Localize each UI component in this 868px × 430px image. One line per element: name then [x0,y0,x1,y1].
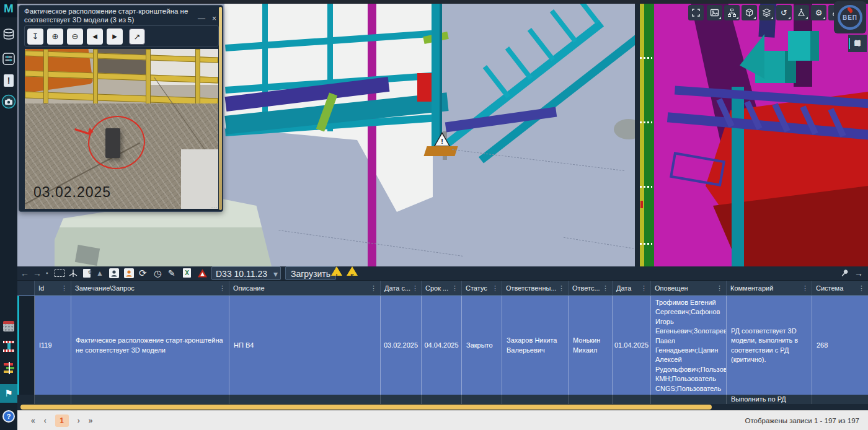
model-version-select[interactable]: D33 10.11.23 ▾ [211,266,281,280]
sidebar-item-database[interactable] [0,29,17,42]
column-header-description[interactable]: Описание⋮ [229,281,381,296]
sidebar-item-ibeam[interactable] [0,341,17,352]
screenshot-button[interactable] [707,5,722,20]
column-header-remark[interactable]: Замечание\Запрос⋮ [71,281,229,296]
rotate-view-button[interactable]: ↺ [776,5,792,20]
open-external-button[interactable]: ↗ [129,29,145,45]
collapse-table-button[interactable]: → [854,266,863,280]
model-base-plate [423,146,458,156]
stair-rung [483,65,510,99]
column-header-status[interactable]: Статус⋮ [462,281,502,296]
sidebar-item-calendar[interactable] [0,321,17,331]
stair-beam-indigo [445,107,557,133]
sidebar-item-flags[interactable]: ⚑ [0,384,17,403]
close-button[interactable]: × [212,14,216,23]
minimize-button[interactable]: — [198,14,205,23]
column-header-deadline[interactable]: Срок ...⋮ [422,281,462,296]
edit-button[interactable]: ✎ [168,266,175,280]
table-hscroll-thumb[interactable] [20,405,712,410]
column-menu-icon[interactable]: ⋮ [60,284,69,292]
prev-page-button[interactable]: ‹ [44,416,46,425]
forward-button[interactable]: → [33,266,42,280]
table-row-partial[interactable]: Выполнить по РД [17,395,868,404]
cell-status: Закрыто [462,296,502,395]
pivot-button[interactable] [794,5,809,20]
next-photo-button[interactable]: ▶ [107,29,123,45]
layers-button[interactable] [759,5,774,20]
excel-export-button[interactable]: X [183,268,191,278]
last-page-button[interactable]: » [89,416,93,425]
area-select-button[interactable] [55,270,64,277]
column-menu-icon[interactable]: ⋮ [369,284,378,292]
sidebar-item-photos[interactable] [0,94,17,109]
collapse-icon: ⊟ [854,38,861,48]
warning-exclaim-button[interactable]: ! [330,266,343,280]
column-menu-icon[interactable]: ⋮ [557,284,566,292]
expand-button[interactable] [688,5,704,20]
table-row-selected[interactable]: I119 Фактическое расположение старт-крон… [17,296,868,395]
model-cube-button[interactable] [742,5,757,20]
history-button[interactable]: ◷ [154,266,161,280]
row-selector-cell [17,395,35,404]
zoom-out-button[interactable]: ⊖ [67,29,83,45]
column-header-date-start[interactable]: Дата с...⋮ [381,281,422,296]
panel-scrollbar[interactable] [219,7,222,210]
pin-panel-button[interactable] [840,268,849,282]
calendar-icon [3,321,14,331]
column-menu-icon[interactable]: ⋮ [639,284,649,292]
download-button[interactable]: ↧ [27,29,43,45]
app-m-logo[interactable]: M [0,0,17,17]
column-header-comment[interactable]: Комментарий⋮ [727,281,812,296]
column-menu-icon[interactable]: ⋮ [715,284,724,292]
nav-app-button[interactable] [197,268,208,282]
refresh-button[interactable]: ⟳ [139,266,147,280]
cell-deadline: 04.04.2025 [422,296,462,395]
scaffold-post [262,0,268,128]
warning-s-button[interactable]: S [346,266,358,280]
file-settings-button[interactable]: ⚙ [83,269,91,278]
row-selector-cell[interactable] [17,296,35,395]
triangle-icon[interactable]: ▲ [96,266,104,280]
table-hscroll-track[interactable] [17,404,868,410]
next-page-button[interactable]: › [78,416,80,425]
column-header-id[interactable]: Id⋮ [35,281,71,296]
sidebar-item-issues[interactable]: ! [0,74,17,87]
column-menu-icon[interactable]: ⋮ [218,284,227,292]
person-orange-icon [124,268,134,278]
column-menu-icon[interactable]: ⋮ [857,284,866,292]
column-header-notified[interactable]: Оповещен⋮ [651,281,727,296]
column-header-responsible[interactable]: Ответственны...⋮ [502,281,569,296]
zoom-in-button[interactable]: ⊕ [47,29,63,45]
small-square-icon[interactable]: ▪ [46,266,48,280]
badge-orange-button[interactable] [124,268,134,278]
current-page-button[interactable]: 1 [55,415,69,427]
settings-button[interactable]: ⚙ [811,5,826,20]
column-header-system[interactable]: Система⋮ [812,281,868,296]
column-header-date[interactable]: Дата⋮ [613,281,651,296]
column-menu-icon[interactable]: ⋮ [450,284,459,292]
sidebar-item-levels[interactable] [0,363,17,373]
back-button[interactable]: ← [20,266,29,280]
collapse-panel-button[interactable]: ⊟ [848,35,867,52]
first-page-button[interactable]: « [31,416,35,425]
column-menu-icon[interactable]: ⋮ [800,284,810,292]
column-menu-icon[interactable]: ⋮ [490,284,500,292]
download-icon: ↧ [32,32,39,41]
load-button[interactable]: Загрузить [285,266,336,280]
photo-rail-post [43,49,48,103]
column-menu-icon[interactable]: ⋮ [601,284,610,292]
cell-date [613,395,651,404]
axes-button[interactable] [68,268,78,282]
panel-resize-grip[interactable]: ∙∙∙ [211,204,218,210]
previous-photo-button[interactable]: ◀ [87,29,103,45]
issue-photo[interactable]: 03.02.2025 [25,49,218,209]
column-menu-icon[interactable]: ⋮ [410,284,420,292]
pin-icon [838,266,851,279]
model-tree-button[interactable] [724,5,740,20]
column-label: Комментарий [730,284,773,292]
help-button[interactable]: ? [2,410,15,423]
sidebar-item-filters[interactable] [0,52,17,66]
badge-button[interactable] [109,268,119,278]
model-slab-part [75,245,100,266]
column-header-responsible2[interactable]: Ответс...⋮ [569,281,613,296]
